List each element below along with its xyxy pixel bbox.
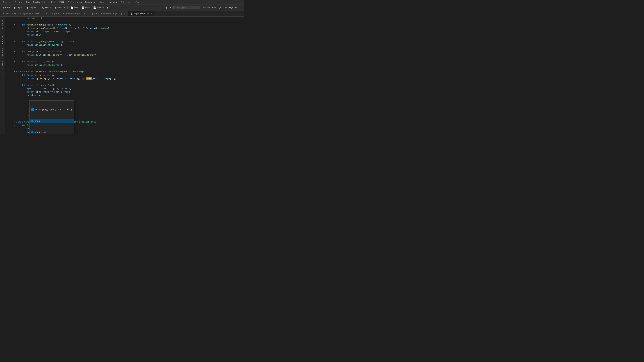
code-line — [5, 80, 244, 84]
stop-button[interactable]: ⏹ Stop ▼ — [12, 6, 24, 9]
panel-filesystem[interactable]: Filesystem — [0, 59, 5, 76]
tab-icon-py: 🐍 — [130, 12, 133, 15]
menu-file[interactable]: File — [50, 1, 58, 4]
code-line: ▼ def potential_energy(self): — [5, 84, 244, 87]
debug-icon: 🐛 — [42, 6, 44, 9]
side-panels: Projects Documents Classes Filesystem — [0, 16, 5, 134]
ac-circle-icon-ones-like: ● — [31, 131, 34, 133]
menu-project[interactable]: Project — [13, 1, 24, 4]
stop-all-button[interactable]: ⏹ Stop All — [25, 6, 38, 9]
tab-close-h[interactable]: ✕ — [83, 12, 86, 15]
code-line: ekin = np.sum(np.sum(0.5 * self.m * self… — [5, 27, 244, 30]
breadcrumb: ConstantGravityParticleSystem:... — [201, 6, 243, 9]
nav-next-button[interactable]: ▶ — [168, 6, 173, 9]
menu-view[interactable]: View — [76, 1, 83, 4]
menu-session[interactable]: Session — [1, 1, 12, 4]
tab-py[interactable]: 🐍 algorithms.py ✕ — [128, 11, 156, 16]
code-line: assert epot.shape == self.t.shape — [5, 90, 244, 94]
autocomplete-item-ones[interactable]: ● ones — [30, 119, 74, 123]
code-line: raise NotImplementedError() — [5, 63, 244, 67]
code-line: self.dt = dt — [5, 16, 244, 20]
new-button[interactable]: 📄 New — [69, 6, 79, 9]
code-line: ▼ def force(self, t, x, v): — [5, 73, 244, 77]
tabbar: C persistentmovingrangeprivate.cpp ✕ H p… — [0, 11, 244, 16]
tab-close-py[interactable]: ✕ — [150, 12, 153, 15]
build-button[interactable]: ▶ Build — [1, 6, 11, 9]
autocomplete-hint: f print(obj, [sep, end, file]) — [30, 107, 74, 112]
code-line: ▼ def kinetic_energy(self) -> np.ndarray… — [5, 23, 244, 27]
stop-all-icon: ⏹ — [26, 6, 29, 9]
execute-button[interactable]: ▶ Execute — [54, 6, 66, 9]
build-icon: ▶ — [3, 6, 4, 9]
menu-run[interactable]: Run — [25, 1, 31, 4]
menu-help[interactable]: Help — [132, 1, 140, 4]
autocomplete-item-ones-like[interactable]: ● ones_like — [30, 130, 74, 134]
menu-tools[interactable]: Tools — [66, 1, 75, 4]
code-line: return ekin — [5, 33, 244, 37]
code-line-autocomplete: print(np.on f print(obj, [sep, end, file… — [5, 94, 244, 114]
tab-h[interactable]: H persistentmovingrange.h ✕ — [50, 11, 88, 16]
tab-cpp2[interactable]: C persistentmovingrange.cpp ✕ — [88, 11, 128, 16]
nav-prev-button[interactable]: ◀ — [164, 6, 168, 9]
more-button[interactable]: ▶ — [106, 6, 109, 9]
quick-open-input[interactable] — [174, 6, 200, 9]
save-icon: 💾 — [82, 6, 84, 9]
execute-icon: ▶ — [55, 6, 57, 9]
code-line: epot = ... * self.xt[:,2], axis=1) — [5, 87, 244, 90]
toolbar-right: ◀ ▶ ConstantGravityParticleSystem:... — [164, 6, 243, 9]
tab-close-cpp1[interactable]: ✕ — [45, 12, 48, 15]
panel-projects[interactable]: Projects — [0, 16, 5, 31]
code-line — [5, 67, 244, 70]
panel-classes[interactable]: Classes — [0, 46, 5, 59]
code-scroll[interactable]: self.dt = dt ▼ def kinetic_energy(self) … — [5, 16, 244, 134]
save-as-icon: 💾 — [93, 6, 96, 9]
tab-close-cpp2[interactable]: ✕ — [124, 12, 126, 15]
autocomplete-popup: f print(obj, [sep, end, file]) ● ones ● … — [29, 100, 74, 134]
code-line: assert ekin.shape == self.t.shape — [5, 30, 244, 33]
more-icon: ▶ — [107, 6, 109, 9]
menu-window[interactable]: Window — [109, 1, 119, 4]
tab-cpp1[interactable]: C persistentmovingrangeprivate.cpp ✕ — [1, 11, 50, 16]
code-line: ▼ def potential_energy(self) -> np.ndarr… — [5, 40, 244, 43]
code-area: self.dt = dt ▼ def kinetic_energy(self) … — [5, 16, 244, 134]
save-as-button[interactable]: 💾 Save As — [92, 6, 106, 9]
code-line: return self.kinetic_energy() + self.pote… — [5, 53, 244, 57]
menu-sep1: | — [47, 1, 49, 3]
code-line — [5, 57, 244, 60]
menu-bookmarks[interactable]: Bookmarks — [84, 1, 98, 4]
stop-icon: ⏹ — [14, 6, 16, 9]
panel-documents[interactable]: Documents — [0, 31, 5, 46]
menu-settings[interactable]: Settings — [120, 1, 132, 4]
hint-function-icon: f — [31, 108, 34, 111]
tab-icon-cpp1: C — [3, 12, 4, 15]
code-line-class: ▼ class ConstantGravityParticleSystem(Pa… — [5, 70, 244, 73]
code-line — [5, 47, 244, 50]
tab-icon-cpp2: C — [90, 12, 91, 15]
save-button[interactable]: 💾 Save — [80, 6, 91, 9]
menu-navigation[interactable]: Navigation — [32, 1, 46, 4]
code-line — [5, 20, 244, 23]
menubar: Session Project Run Navigation | File Ed… — [0, 0, 244, 5]
ac-circle-icon-ones: ● — [31, 120, 34, 122]
ac-text-ones: ones — [34, 119, 40, 123]
new-icon: 📄 — [70, 6, 73, 9]
menu-edit[interactable]: Edit — [58, 1, 66, 4]
debug-button[interactable]: 🐛 Debug — [40, 6, 52, 9]
toolbar: ▶ Build ⏹ Stop ▼ ⏹ Stop All 🐛 Debug ▶ Ex… — [0, 5, 244, 11]
menu-code[interactable]: Code — [98, 1, 106, 4]
main-layout: Projects Documents Classes Filesystem se… — [0, 16, 244, 134]
code-line: return np.array([0, 0, -self.m * self.g]… — [5, 77, 244, 80]
menu-sep2: | — [106, 1, 108, 3]
tab-icon-h: H — [52, 12, 53, 15]
ac-text-ones-like: ones_like — [34, 131, 46, 134]
code-line: ▼ def force(self, t_index): — [5, 60, 244, 63]
code-line: ▼ def energy(self) -> np.ndarray: — [5, 50, 244, 53]
code-line: raise NotImplementedError() — [5, 43, 244, 47]
code-line — [5, 37, 244, 40]
